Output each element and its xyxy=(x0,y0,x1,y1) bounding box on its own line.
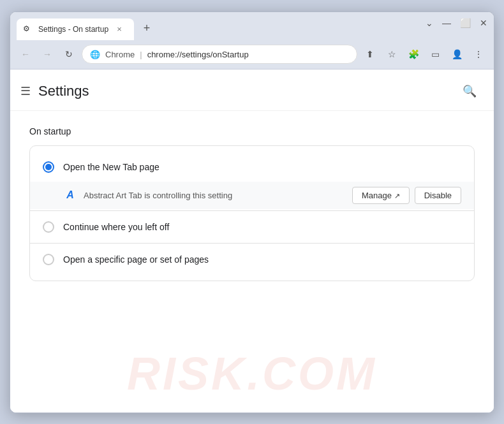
option-label-specific: Open a specific page or set of pages xyxy=(63,254,461,265)
site-name: Chrome xyxy=(105,50,135,59)
manage-button[interactable]: Manage ↗ xyxy=(352,187,410,204)
divider-1 xyxy=(30,210,474,211)
extension-action-buttons: Manage ↗ Disable xyxy=(352,187,461,204)
aat-icon: A xyxy=(66,189,74,201)
tab-close-button[interactable]: × xyxy=(114,24,125,35)
share-button[interactable]: ⬆ xyxy=(361,45,379,63)
url-bar[interactable]: 🌐 Chrome | chrome://settings/onStartup xyxy=(82,45,357,64)
startup-options-card: Open the New Tab page A Abstract Art Tab… xyxy=(29,145,475,281)
settings-content: On startup Open the New Tab page A Abstr… xyxy=(10,111,494,413)
url-separator: | xyxy=(140,50,142,59)
chevron-icon[interactable]: ⌄ xyxy=(426,18,433,27)
maximize-button[interactable]: ⬜ xyxy=(460,18,471,27)
close-button[interactable]: ✕ xyxy=(480,18,487,27)
extension-notice-row: A Abstract Art Tab is controlling this s… xyxy=(30,182,474,209)
option-label-continue: Continue where you left off xyxy=(63,222,461,232)
content-area: RISK.COM ☰ Settings 🔍 On startup Open th… xyxy=(10,69,494,413)
site-icon: 🌐 xyxy=(90,50,100,59)
active-tab[interactable]: ⚙ Settings - On startup × xyxy=(17,18,134,40)
address-bar: ← → ↻ 🌐 Chrome | chrome://settings/onSta… xyxy=(10,40,494,69)
option-label-new-tab: Open the New Tab page xyxy=(63,162,461,172)
divider-2 xyxy=(30,243,474,244)
back-button[interactable]: ← xyxy=(17,45,34,63)
disable-button[interactable]: Disable xyxy=(415,187,461,204)
option-row-new-tab[interactable]: Open the New Tab page xyxy=(30,152,474,182)
sidebar-button[interactable]: ▭ xyxy=(426,45,444,63)
radio-specific[interactable] xyxy=(43,254,54,265)
window-controls: ⌄ — ⬜ ✕ xyxy=(426,18,487,27)
settings-header: ☰ Settings 🔍 xyxy=(10,69,494,111)
option-row-specific[interactable]: Open a specific page or set of pages xyxy=(30,245,474,274)
reload-button[interactable]: ↻ xyxy=(60,45,78,63)
extension-app-icon: A xyxy=(63,188,77,202)
new-tab-button[interactable]: + xyxy=(138,20,156,38)
tab-favicon: ⚙ xyxy=(23,24,33,34)
bookmark-button[interactable]: ☆ xyxy=(383,45,401,63)
title-bar: ⚙ Settings - On startup × + ⌄ — ⬜ ✕ xyxy=(10,12,494,40)
url-action-buttons: ⬆ ☆ 🧩 ▭ 👤 ⋮ xyxy=(361,45,487,63)
settings-page-title: Settings xyxy=(38,83,89,99)
tab-title: Settings - On startup xyxy=(38,25,108,34)
forward-button[interactable]: → xyxy=(38,45,56,63)
minimize-button[interactable]: — xyxy=(442,18,451,27)
url-text: chrome://settings/onStartup xyxy=(147,50,349,59)
radio-new-tab[interactable] xyxy=(43,161,54,173)
external-link-icon: ↗ xyxy=(394,192,400,200)
section-title: On startup xyxy=(29,126,475,136)
extensions-button[interactable]: 🧩 xyxy=(404,45,422,63)
radio-inner-new-tab xyxy=(45,164,52,170)
extension-notice-text: Abstract Art Tab is controlling this set… xyxy=(84,191,346,200)
settings-title-group: ☰ Settings xyxy=(20,83,89,99)
settings-search-button[interactable]: 🔍 xyxy=(458,80,481,103)
hamburger-icon[interactable]: ☰ xyxy=(20,84,31,98)
radio-continue[interactable] xyxy=(43,221,54,233)
browser-window: ⚙ Settings - On startup × + ⌄ — ⬜ ✕ ← → … xyxy=(10,11,494,413)
option-row-continue[interactable]: Continue where you left off xyxy=(30,212,474,242)
menu-button[interactable]: ⋮ xyxy=(470,45,487,63)
profile-button[interactable]: 👤 xyxy=(448,45,466,63)
